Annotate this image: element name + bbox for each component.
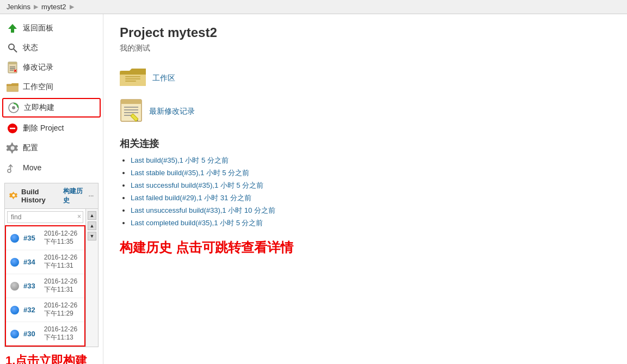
workspace-link[interactable]: 工作区	[152, 73, 175, 83]
svg-rect-30	[121, 100, 142, 104]
breadcrumb-sep2: ▶	[70, 3, 74, 10]
gear-icon	[7, 142, 19, 154]
list-item: Last unsuccessful build(#33),1 小时 10 分之前	[131, 206, 611, 215]
build-time: 2016-12-26 下午11:31	[44, 254, 80, 270]
build-number-link[interactable]: #35	[23, 234, 35, 242]
delete-icon	[7, 122, 19, 134]
build-history-header: Build History 构建历史 ···	[4, 183, 99, 209]
build-history-title: Build History	[21, 188, 60, 204]
find-input[interactable]	[7, 211, 83, 223]
build-status-ball	[10, 282, 19, 291]
build-row[interactable]: #332016-12-26 下午11:31	[6, 274, 84, 298]
svg-marker-0	[8, 24, 17, 33]
build-status-ball	[10, 306, 19, 314]
build-number-link[interactable]: #33	[23, 282, 35, 290]
sidebar-item-configure[interactable]: 配置	[0, 138, 103, 158]
build-number-link[interactable]: #34	[23, 258, 35, 266]
move-icon	[7, 162, 19, 174]
svg-point-14	[12, 106, 15, 109]
changes-notepad-icon	[120, 98, 143, 124]
sidebar-item-label-configure: 配置	[23, 143, 38, 153]
search-icon	[7, 42, 19, 54]
list-item: Last stable build(#35),1 小时 5 分之前	[131, 168, 611, 178]
build-history-link[interactable]: 构建历史	[63, 187, 85, 205]
sidebar-item-label-changes: 修改记录	[23, 63, 53, 72]
content-area: Project mytest2 我的测试 工作区	[103, 14, 627, 364]
folder-icon	[7, 81, 19, 93]
build-status-ball	[10, 234, 19, 243]
sidebar-item-label-status: 状态	[23, 43, 38, 53]
sidebar-item-status[interactable]: 状态	[0, 38, 103, 58]
svg-rect-12	[7, 85, 19, 91]
sidebar: 返回面板 状态	[0, 14, 103, 364]
build-row[interactable]: #352016-12-26 下午11:35	[6, 226, 84, 250]
build-number-link[interactable]: #30	[23, 330, 35, 338]
related-link[interactable]: Last stable build(#35),1 小时 5 分之前	[131, 169, 249, 177]
related-link[interactable]: Last completed build(#35),1 小时 5 分之前	[131, 219, 263, 227]
nav-up-top[interactable]: ▲	[88, 211, 96, 220]
build-row[interactable]: #342016-12-26 下午11:31	[6, 250, 84, 274]
build-row[interactable]: #322016-12-26 下午11:29	[6, 298, 84, 322]
related-section: 相关连接 Last build(#35),1 小时 5 分之前Last stab…	[120, 137, 611, 228]
build-time: 2016-12-26 下午11:29	[44, 301, 80, 318]
close-icon[interactable]: ×	[77, 213, 81, 220]
sidebar-item-changes[interactable]: 修改记录	[0, 58, 103, 77]
related-link[interactable]: Last successful build(#35),1 小时 5 分之前	[131, 181, 263, 189]
sidebar-item-delete[interactable]: 删除 Project	[0, 119, 103, 138]
sidebar-item-label-workspace: 工作空间	[23, 82, 53, 92]
project-desc: 我的测试	[120, 44, 611, 53]
workspace-link-item: 工作区	[120, 66, 611, 90]
list-item: Last successful build(#35),1 小时 5 分之前	[131, 181, 611, 190]
svg-rect-26	[125, 76, 140, 77]
build-icon	[8, 102, 20, 114]
list-item: Last build(#35),1 小时 5 分之前	[131, 156, 611, 165]
sidebar-item-move[interactable]: Move	[0, 158, 103, 177]
svg-line-2	[14, 49, 17, 52]
build-status-ball	[10, 330, 19, 338]
nav-down[interactable]: ▼	[88, 232, 96, 240]
related-link[interactable]: Last failed build(#29),1 小时 31 分之前	[131, 194, 251, 202]
sidebar-item-label-delete: 删除 Project	[23, 124, 64, 133]
breadcrumb-jenkins[interactable]: Jenkins	[7, 3, 30, 11]
sidebar-item-label-back: 返回面板	[23, 23, 53, 33]
related-link[interactable]: Last build(#35),1 小时 5 分之前	[131, 156, 229, 164]
svg-point-22	[13, 194, 15, 196]
content-links: 工作区	[120, 66, 611, 124]
related-link[interactable]: Last unsuccessful build(#33),1 小时 10 分之前	[131, 206, 275, 214]
sidebar-item-workspace[interactable]: 工作空间	[0, 77, 103, 97]
svg-rect-25	[120, 74, 146, 86]
changes-link[interactable]: 最新修改记录	[149, 107, 195, 116]
build-status-ball	[10, 258, 19, 267]
build-time: 2016-12-26 下午11:35	[44, 230, 80, 246]
svg-rect-28	[125, 81, 136, 82]
nav-up[interactable]: ▲	[88, 221, 96, 230]
svg-rect-27	[125, 78, 140, 79]
find-bar: ×	[5, 209, 85, 225]
build-history-gear-icon	[9, 191, 18, 201]
annotation-click-build: 1.点击立即构建	[5, 353, 103, 364]
build-row[interactable]: #302016-12-26 下午11:13	[6, 322, 84, 346]
build-list: #352016-12-26 下午11:35#342016-12-26 下午11:…	[5, 225, 85, 347]
build-history-body: × #352016-12-26 下午11:35#342016-12-26 下午1…	[4, 209, 99, 347]
sidebar-item-label-move: Move	[23, 163, 41, 172]
svg-rect-4	[8, 62, 17, 64]
build-number-link[interactable]: #32	[23, 306, 35, 314]
changes-link-item: 最新修改记录	[120, 98, 611, 124]
build-history-panel: Build History 构建历史 ··· × #352016	[4, 183, 99, 347]
workspace-folder-icon	[120, 66, 146, 90]
arrow-up-icon	[7, 22, 19, 34]
breadcrumb: Jenkins ▶ mytest2 ▶	[0, 0, 627, 14]
build-time: 2016-12-26 下午11:31	[44, 277, 80, 294]
notepad-icon	[7, 61, 19, 73]
sidebar-item-back-dashboard[interactable]: 返回面板	[0, 18, 103, 38]
related-title: 相关连接	[120, 137, 611, 150]
svg-point-18	[11, 146, 15, 150]
related-list: Last build(#35),1 小时 5 分之前Last stable bu…	[120, 156, 611, 228]
list-item: Last completed build(#35),1 小时 5 分之前	[131, 218, 611, 228]
annotation-history-note: 构建历史 点击可跳转查看详情	[120, 239, 611, 256]
breadcrumb-project[interactable]: mytest2	[41, 3, 66, 11]
list-item: Last failed build(#29),1 小时 31 分之前	[131, 193, 611, 203]
svg-point-19	[8, 169, 11, 172]
sidebar-item-label-build-now: 立即构建	[24, 103, 54, 113]
sidebar-item-build-now[interactable]: 立即构建	[2, 98, 101, 118]
